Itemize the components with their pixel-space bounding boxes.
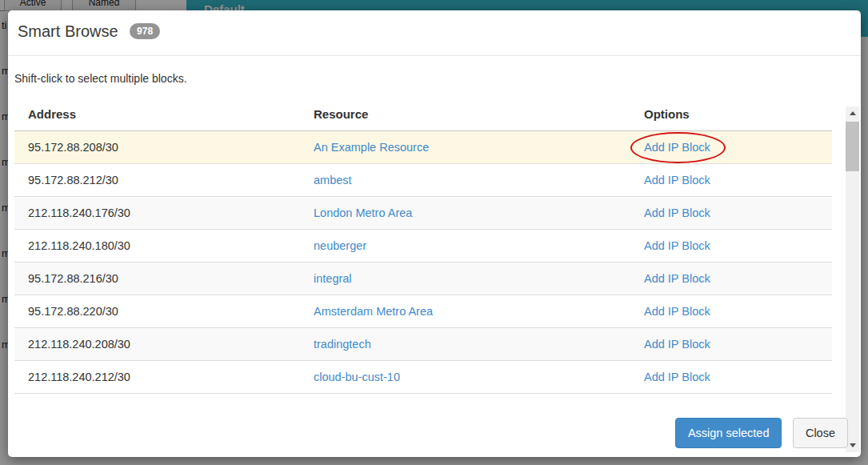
options-cell: Add IP Block <box>630 131 832 164</box>
column-header-resource: Resource <box>300 99 630 131</box>
options-cell: Add IP Block <box>630 361 832 394</box>
modal-footer: Assign selected Close <box>8 408 861 457</box>
resource-cell: Amsterdam Metro Area <box>300 295 630 328</box>
add-ip-block-link[interactable]: Add IP Block <box>644 305 710 318</box>
table-row[interactable]: 95.172.88.220/30 Amsterdam Metro Area Ad… <box>14 295 832 328</box>
resource-link[interactable]: An Example Resource <box>314 141 429 154</box>
instruction-text: Shift-click to select multiple blocks. <box>14 72 840 85</box>
table-row[interactable]: 212.118.240.208/30 tradingtech Add IP Bl… <box>14 328 832 361</box>
modal-body: Shift-click to select multiple blocks. A… <box>8 56 861 408</box>
resource-link[interactable]: integral <box>314 272 352 285</box>
resource-cell: London Metro Area <box>300 197 630 230</box>
smart-browse-modal: Smart Browse 978 Shift-click to select m… <box>8 10 861 457</box>
scrollbar-thumb[interactable] <box>846 122 859 171</box>
resource-cell: ambest <box>300 164 630 197</box>
options-cell: Add IP Block <box>630 328 832 361</box>
add-ip-block-link[interactable]: Add IP Block <box>644 371 710 383</box>
options-cell: Add IP Block <box>630 295 832 328</box>
resource-cell: tradingtech <box>300 328 630 361</box>
table-body: 95.172.88.208/30 An Example Resource Add… <box>14 131 832 394</box>
options-cell: Add IP Block <box>630 197 832 230</box>
resource-link[interactable]: London Metro Area <box>314 206 412 219</box>
scrollbar[interactable] <box>846 106 859 452</box>
column-header-address: Address <box>14 99 300 131</box>
resource-link[interactable]: tradingtech <box>314 338 371 351</box>
count-badge: 978 <box>130 23 160 39</box>
modal-header: Smart Browse 978 <box>8 10 861 56</box>
address-cell: 95.172.88.212/30 <box>14 164 300 197</box>
table-header-row: Address Resource Options <box>14 99 832 131</box>
address-cell: 212.118.240.180/30 <box>14 230 300 263</box>
scroll-up-button[interactable] <box>846 106 859 120</box>
address-cell: 95.172.88.216/30 <box>14 263 300 295</box>
address-cell: 95.172.88.220/30 <box>14 295 300 328</box>
resource-link[interactable]: cloud-bu-cust-10 <box>314 371 400 383</box>
resource-cell: cloud-bu-cust-10 <box>300 361 630 394</box>
table-row[interactable]: 95.172.88.208/30 An Example Resource Add… <box>14 131 832 164</box>
assign-selected-button[interactable]: Assign selected <box>675 418 782 448</box>
table-row[interactable]: 95.172.88.216/30 integral Add IP Block <box>14 263 832 295</box>
address-cell: 212.118.240.212/30 <box>14 361 300 394</box>
address-cell: 212.118.240.176/30 <box>14 197 300 230</box>
add-ip-block-link[interactable]: Add IP Block <box>644 272 710 285</box>
add-ip-block-link[interactable]: Add IP Block <box>644 239 710 252</box>
resource-link[interactable]: ambest <box>314 174 352 186</box>
table-row[interactable]: 212.118.240.176/30 London Metro Area Add… <box>14 197 832 230</box>
resource-link[interactable]: neuberger <box>314 239 366 252</box>
table-row[interactable]: 212.118.240.180/30 neuberger Add IP Bloc… <box>14 230 832 263</box>
table-row[interactable]: 212.118.240.212/30 cloud-bu-cust-10 Add … <box>14 361 832 394</box>
add-ip-block-link[interactable]: Add IP Block <box>644 174 710 186</box>
resource-cell: integral <box>300 263 630 295</box>
address-cell: 95.172.88.208/30 <box>14 131 300 164</box>
add-ip-block-link[interactable]: Add IP Block <box>644 206 710 219</box>
add-ip-block-link[interactable]: Add IP Block <box>644 338 710 351</box>
address-cell: 212.118.240.208/30 <box>14 328 300 361</box>
column-header-options: Options <box>630 99 832 131</box>
close-button[interactable]: Close <box>793 418 848 448</box>
options-cell: Add IP Block <box>630 164 832 197</box>
blocks-table: Address Resource Options 95.172.88.208/3… <box>14 99 832 394</box>
add-ip-block-link[interactable]: Add IP Block <box>644 141 710 154</box>
modal-title: Smart Browse <box>18 22 118 40</box>
options-cell: Add IP Block <box>630 230 832 263</box>
resource-cell: An Example Resource <box>300 131 630 164</box>
options-cell: Add IP Block <box>630 263 832 295</box>
resource-link[interactable]: Amsterdam Metro Area <box>314 305 433 318</box>
table-row[interactable]: 95.172.88.212/30 ambest Add IP Block <box>14 164 832 197</box>
resource-cell: neuberger <box>300 230 630 263</box>
